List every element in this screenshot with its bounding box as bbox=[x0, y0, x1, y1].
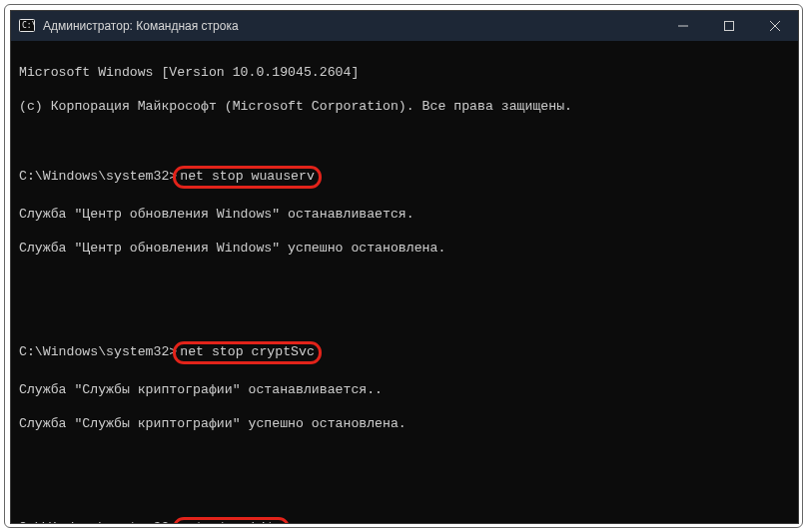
screenshot-frame: C:\ Администратор: Командная строка bbox=[4, 4, 803, 528]
svg-text:C:\: C:\ bbox=[22, 21, 35, 30]
blank-line bbox=[19, 307, 790, 324]
blank-line bbox=[19, 483, 790, 500]
minimize-button[interactable] bbox=[660, 11, 706, 41]
banner-line: Microsoft Windows [Version 10.0.19045.26… bbox=[19, 64, 790, 81]
console-output[interactable]: Microsoft Windows [Version 10.0.19045.26… bbox=[11, 41, 798, 523]
prompt: C:\Windows\system32> bbox=[19, 520, 177, 523]
titlebar[interactable]: C:\ Администратор: Командная строка bbox=[11, 11, 798, 41]
window-title: Администратор: Командная строка bbox=[43, 19, 660, 33]
output-line: Служба "Службы криптографии" останавлива… bbox=[19, 381, 790, 398]
svg-rect-3 bbox=[725, 22, 734, 31]
close-button[interactable] bbox=[752, 11, 798, 41]
prompt-line: C:\Windows\system32>net stop wuauserv bbox=[19, 166, 790, 189]
highlighted-command: net stop bits bbox=[173, 517, 290, 523]
blank-line bbox=[19, 449, 790, 466]
output-line: Служба "Службы криптографии" успешно ост… bbox=[19, 415, 790, 432]
output-line: Служба "Центр обновления Windows" успешн… bbox=[19, 240, 790, 257]
highlighted-command: net stop cryptSvc bbox=[173, 341, 322, 364]
window-controls bbox=[660, 11, 798, 41]
highlighted-command: net stop wuauserv bbox=[173, 166, 322, 189]
prompt-line: C:\Windows\system32>net stop cryptSvc bbox=[19, 341, 790, 364]
prompt: C:\Windows\system32> bbox=[19, 344, 177, 359]
blank-line bbox=[19, 273, 790, 290]
prompt-line: C:\Windows\system32>net stop bits bbox=[19, 517, 790, 523]
cmd-window: C:\ Администратор: Командная строка bbox=[10, 10, 799, 524]
prompt: C:\Windows\system32> bbox=[19, 169, 177, 184]
maximize-button[interactable] bbox=[706, 11, 752, 41]
blank-line bbox=[19, 132, 790, 149]
cmd-icon: C:\ bbox=[19, 18, 35, 34]
banner-line: (c) Корпорация Майкрософт (Microsoft Cor… bbox=[19, 98, 790, 115]
output-line: Служба "Центр обновления Windows" остана… bbox=[19, 206, 790, 223]
